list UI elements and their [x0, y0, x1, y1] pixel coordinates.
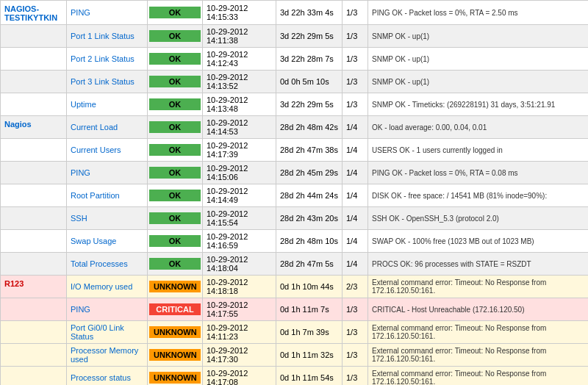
service-cell: Port Gi0/0 Link Status — [67, 321, 148, 344]
host-cell: R123 — [1, 276, 67, 298]
service-link[interactable]: Processor status — [71, 373, 131, 382]
service-link[interactable]: I/O Memory used — [71, 282, 132, 291]
last-check-cell: 10-29-2012 14:16:59 — [203, 230, 276, 253]
info-cell: PROCS OK: 96 processes with STATE = RSZD… — [368, 253, 589, 276]
table-row: Port Gi0/0 Link StatusUNKNOWN10-29-2012 … — [1, 321, 589, 344]
service-cell: I/O Memory used — [67, 276, 148, 298]
host-cell — [1, 184, 67, 207]
table-row: SSHOK10-29-2012 14:15:5428d 2h 43m 20s1/… — [1, 207, 589, 230]
last-check-cell: 10-29-2012 14:14:53 — [203, 116, 276, 139]
service-link[interactable]: Processor Memory used — [71, 346, 138, 364]
status-badge: OK — [149, 190, 201, 201]
status-cell: OK — [148, 25, 203, 48]
last-check-cell: 10-29-2012 14:15:06 — [203, 162, 276, 184]
status-badge: OK — [149, 98, 201, 110]
host-cell — [1, 298, 67, 321]
service-link[interactable]: SSH — [71, 214, 87, 223]
status-badge: OK — [149, 167, 201, 179]
attempts-cell: 1/4 — [343, 184, 368, 207]
attempts-cell: 1/3 — [343, 321, 368, 344]
status-cell: OK — [148, 1, 203, 25]
info-cell: External command error: Timeout: No Resp… — [368, 367, 589, 386]
service-link[interactable]: Uptime — [71, 100, 96, 109]
status-badge: CRITICAL — [149, 303, 201, 315]
service-cell: Port 2 Link Status — [67, 48, 148, 71]
info-cell: SNMP OK - up(1) — [368, 71, 589, 93]
status-cell: CRITICAL — [148, 298, 203, 321]
service-link[interactable]: Swap Usage — [71, 237, 116, 245]
status-cell: UNKNOWN — [148, 321, 203, 344]
last-check-cell: 10-29-2012 14:11:23 — [203, 321, 276, 344]
host-cell: Nagios — [1, 116, 67, 139]
attempts-cell: 1/3 — [343, 71, 368, 93]
status-table: NAGIOS-TESTIKYTKINPINGOK10-29-2012 14:15… — [0, 0, 588, 385]
service-link[interactable]: Root Partition — [71, 191, 120, 200]
host-cell — [1, 207, 67, 230]
last-check-cell: 10-29-2012 14:17:39 — [203, 139, 276, 162]
host-link[interactable]: Nagios — [4, 120, 32, 129]
status-cell: UNKNOWN — [148, 367, 203, 386]
host-link[interactable]: R123 — [4, 279, 24, 288]
service-link[interactable]: Port 2 Link Status — [71, 54, 135, 63]
last-check-cell: 10-29-2012 14:18:04 — [203, 253, 276, 276]
service-link[interactable]: PING — [71, 168, 90, 177]
host-cell — [1, 25, 67, 48]
info-cell: PING OK - Packet loss = 0%, RTA = 2.50 m… — [368, 1, 589, 25]
service-link[interactable]: Current Load — [71, 123, 118, 132]
service-link[interactable]: Port Gi0/0 Link Status — [71, 323, 124, 341]
attempts-cell: 1/4 — [343, 139, 368, 162]
table-row: UptimeOK10-29-2012 14:13:483d 22h 29m 5s… — [1, 93, 589, 116]
status-cell: OK — [148, 116, 203, 139]
service-cell: Port 1 Link Status — [67, 25, 148, 48]
service-link[interactable]: Port 1 Link Status — [71, 32, 135, 40]
host-cell — [1, 321, 67, 344]
table-row: NAGIOS-TESTIKYTKINPINGOK10-29-2012 14:15… — [1, 1, 589, 25]
info-cell: OK - load average: 0.00, 0.04, 0.01 — [368, 116, 589, 139]
host-cell — [1, 71, 67, 93]
last-check-cell: 10-29-2012 14:17:08 — [203, 367, 276, 386]
attempts-cell: 1/3 — [343, 48, 368, 71]
service-link[interactable]: Total Processes — [71, 259, 128, 268]
status-cell: UNKNOWN — [148, 344, 203, 367]
service-link[interactable]: PING — [71, 8, 90, 17]
duration-cell: 28d 2h 47m 5s — [276, 253, 343, 276]
duration-cell: 3d 22h 33m 4s — [276, 1, 343, 25]
status-badge: OK — [149, 30, 201, 42]
status-cell: OK — [148, 93, 203, 116]
info-cell: USERS OK - 1 users currently logged in — [368, 139, 589, 162]
table-row: Processor Memory usedUNKNOWN10-29-2012 1… — [1, 344, 589, 367]
table-row: Current UsersOK10-29-2012 14:17:3928d 2h… — [1, 139, 589, 162]
host-cell — [1, 253, 67, 276]
service-cell: SSH — [67, 207, 148, 230]
service-link[interactable]: PING — [71, 305, 90, 314]
attempts-cell: 1/3 — [343, 1, 368, 25]
duration-cell: 0d 1h 11m 54s — [276, 367, 343, 386]
attempts-cell: 1/3 — [343, 298, 368, 321]
duration-cell: 0d 1h 11m 7s — [276, 298, 343, 321]
host-link[interactable]: NAGIOS-TESTIKYTKIN — [4, 4, 57, 22]
service-cell: Current Load — [67, 116, 148, 139]
table-row: PINGOK10-29-2012 14:15:0628d 2h 45m 29s1… — [1, 162, 589, 184]
duration-cell: 28d 2h 43m 20s — [276, 207, 343, 230]
status-badge: UNKNOWN — [149, 349, 201, 361]
last-check-cell: 10-29-2012 14:15:54 — [203, 207, 276, 230]
host-cell — [1, 230, 67, 253]
last-check-cell: 10-29-2012 14:12:43 — [203, 48, 276, 71]
table-row: PINGCRITICAL10-29-2012 14:17:550d 1h 11m… — [1, 298, 589, 321]
status-badge: OK — [149, 7, 201, 18]
attempts-cell: 1/4 — [343, 207, 368, 230]
attempts-cell: 1/3 — [343, 93, 368, 116]
last-check-cell: 10-29-2012 14:13:52 — [203, 71, 276, 93]
info-cell: SSH OK - OpenSSH_5.3 (protocol 2.0) — [368, 207, 589, 230]
status-badge: UNKNOWN — [149, 281, 201, 292]
duration-cell: 28d 2h 48m 10s — [276, 230, 343, 253]
status-badge: UNKNOWN — [149, 372, 201, 384]
service-link[interactable]: Port 3 Link Status — [71, 77, 135, 86]
duration-cell: 0d 1h 10m 44s — [276, 276, 343, 298]
duration-cell: 28d 2h 44m 24s — [276, 184, 343, 207]
service-cell: PING — [67, 162, 148, 184]
service-cell: Swap Usage — [67, 230, 148, 253]
status-cell: OK — [148, 184, 203, 207]
service-link[interactable]: Current Users — [71, 145, 121, 154]
duration-cell: 3d 22h 28m 7s — [276, 48, 343, 71]
